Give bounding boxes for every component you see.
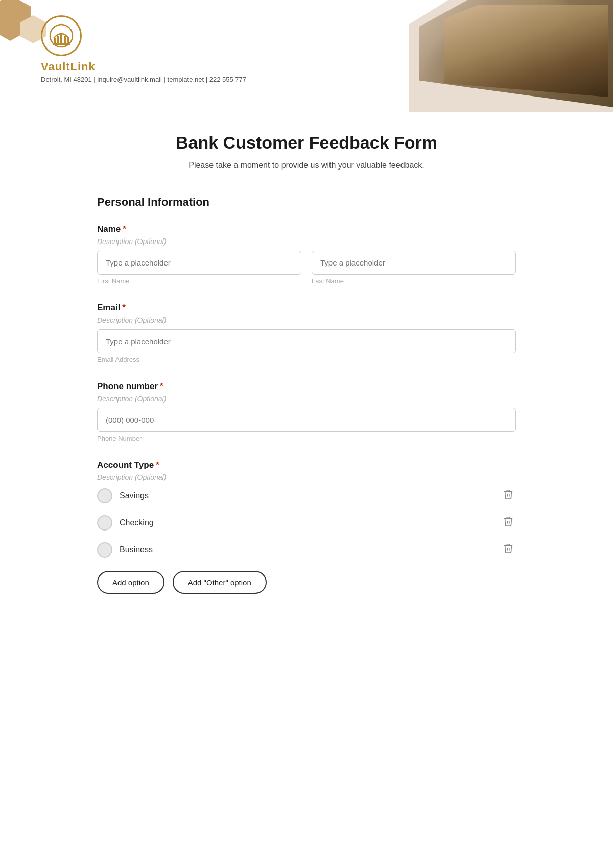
email-required-star: * [122,303,126,313]
phone-input[interactable] [97,408,516,432]
radio-circle-checking[interactable] [97,515,112,531]
delete-checking-button[interactable] [501,514,516,532]
radio-circle-business[interactable] [97,542,112,558]
radio-label-checking: Checking [120,518,154,527]
svg-rect-3 [60,34,62,44]
email-input[interactable] [97,329,516,353]
section-personal-title: Personal Information [97,196,516,209]
brand-tagline: Detroit, MI 48201 | inquire@vaultlink.ma… [41,76,246,83]
svg-rect-4 [64,36,66,44]
name-description: Description (Optional) [97,237,516,246]
hex-photo-container [398,0,613,112]
account-type-field-group: Account Type * Description (Optional) Sa… [97,460,516,594]
trash-icon-checking [503,516,514,527]
email-field: Email Address [97,329,516,364]
email-sublabel: Email Address [97,356,516,364]
radio-option-savings: Savings [97,487,516,504]
name-required-star: * [123,224,126,234]
radio-left-checking: Checking [97,515,154,531]
phone-field: Phone Number [97,408,516,442]
first-name-input[interactable] [97,251,301,275]
account-type-label: Account Type * [97,460,516,470]
phone-field-group: Phone number * Description (Optional) Ph… [97,381,516,442]
svg-rect-6 [53,43,70,45]
add-other-option-button[interactable]: Add "Other" option [173,571,267,594]
radio-label-business: Business [120,545,153,554]
last-name-sublabel: Last Name [312,277,516,285]
svg-rect-2 [57,36,59,44]
trash-icon-savings [503,489,514,500]
email-label: Email * [97,303,516,313]
name-label: Name * [97,224,516,234]
radio-left-business: Business [97,542,153,558]
last-name-field: Last Name [312,251,516,285]
account-type-required-star: * [156,460,159,470]
name-input-row: First Name Last Name [97,251,516,285]
phone-description: Description (Optional) [97,395,516,403]
radio-left-savings: Savings [97,488,149,503]
hex-photo-inner [444,5,608,97]
phone-sublabel: Phone Number [97,435,516,442]
phone-required-star: * [160,381,163,392]
radio-option-business: Business [97,541,516,559]
logo-icon [41,15,82,56]
delete-business-button[interactable] [501,541,516,559]
account-type-description: Description (Optional) [97,473,516,481]
add-option-button-row: Add option Add "Other" option [97,571,516,594]
last-name-input[interactable] [312,251,516,275]
add-option-button[interactable]: Add option [97,571,164,594]
radio-circle-savings[interactable] [97,488,112,503]
radio-option-checking: Checking [97,514,516,532]
delete-savings-button[interactable] [501,487,516,504]
logo-svg [49,23,74,49]
phone-label: Phone number * [97,381,516,392]
form-title: Bank Customer Feedback Form [97,133,516,153]
trash-icon-business [503,543,514,554]
brand-name: VaultLink [41,60,96,74]
first-name-field: First Name [97,251,301,285]
email-description: Description (Optional) [97,316,516,324]
name-field-group: Name * Description (Optional) First Name… [97,224,516,285]
logo-area: VaultLink Detroit, MI 48201 | inquire@va… [41,15,246,83]
radio-label-savings: Savings [120,491,149,500]
main-content: Bank Customer Feedback Form Please take … [0,112,613,632]
form-subtitle: Please take a moment to provide us with … [97,161,516,170]
first-name-sublabel: First Name [97,277,301,285]
email-field-group: Email * Description (Optional) Email Add… [97,303,516,364]
header: VaultLink Detroit, MI 48201 | inquire@va… [0,0,613,112]
